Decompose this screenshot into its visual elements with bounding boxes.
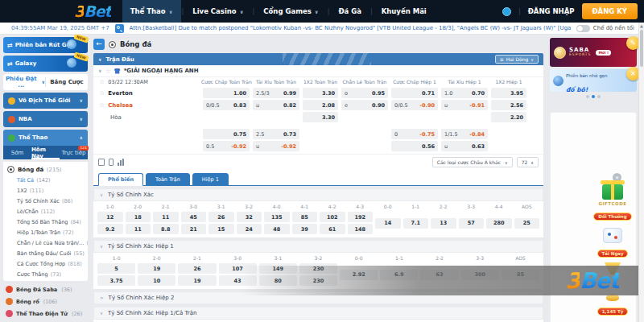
- odds-button[interactable]: 1.00: [203, 88, 250, 98]
- quick-button-1[interactable]: ⇄Phiên bản Rút GọnNEW: [3, 37, 88, 53]
- score-odd[interactable]: 8.8: [153, 224, 179, 234]
- time-tab-1[interactable]: Sớm: [3, 146, 31, 159]
- time-tab-2[interactable]: Hôm Nay: [31, 146, 60, 159]
- score-odd[interactable]: 12: [97, 212, 123, 222]
- asian-markets-select[interactable]: Các loại cược Châu Á khác∨: [432, 157, 513, 167]
- score-odd[interactable]: 13: [431, 218, 456, 229]
- tab-bet-board[interactable]: Bảng Cược: [46, 79, 88, 85]
- carousel-dot[interactable]: [597, 95, 601, 98]
- score-odd[interactable]: 11: [153, 212, 179, 222]
- score-odd[interactable]: 26: [178, 263, 216, 274]
- score-odd[interactable]: 280: [486, 218, 512, 229]
- score-odd[interactable]: 107: [219, 263, 257, 274]
- row-mode-select[interactable]: ≡ Hai Dòng ∨: [495, 55, 539, 64]
- back-button[interactable]: ←: [93, 39, 105, 50]
- score-odd[interactable]: 6.9: [380, 270, 418, 280]
- score-odd[interactable]: 3.75: [97, 275, 135, 286]
- score-odd[interactable]: 85: [502, 270, 539, 280]
- scrollbar-thumb[interactable]: [640, 30, 643, 67]
- section-header-1[interactable]: ∨Tỷ Số Chính Xác: [93, 188, 543, 201]
- score-odd[interactable]: 32: [237, 212, 262, 222]
- league-header-row[interactable]: ∨ ☆ *GIẢI NGOẠI HẠNG ANH: [93, 65, 543, 77]
- score-odd[interactable]: 230: [299, 275, 337, 286]
- score-odd[interactable]: 14: [375, 218, 401, 229]
- quick-button-2[interactable]: ⇄GalaxyNEW: [3, 56, 88, 72]
- score-odd[interactable]: 21: [181, 224, 207, 234]
- odds-button[interactable]: 1.00.70: [441, 88, 488, 98]
- odds-button[interactable]: 1/1.5-0.84: [441, 129, 488, 139]
- score-odd[interactable]: 61: [320, 224, 345, 234]
- market-count-toggle[interactable]: 72∧: [517, 157, 539, 167]
- score-odd[interactable]: 39: [292, 224, 318, 234]
- carousel-dot[interactable]: [586, 95, 589, 98]
- market-item-1[interactable]: Tất Cả (142): [5, 175, 86, 185]
- odds-button[interactable]: 3.30: [303, 88, 338, 98]
- favorite-star-icon[interactable]: ☆: [99, 102, 105, 108]
- tab-3[interactable]: Hiệp 1: [192, 173, 229, 186]
- score-odd[interactable]: 57: [459, 218, 485, 229]
- sidebar-item-league-2[interactable]: NBA∨: [3, 111, 88, 127]
- odds-button[interactable]: 0.75: [203, 129, 250, 139]
- nav-item-1[interactable]: Thể Thao∨: [122, 0, 181, 23]
- odds-button[interactable]: e0.90: [341, 100, 388, 110]
- score-odd[interactable]: 149: [259, 263, 297, 274]
- odds-button[interactable]: u0.63: [441, 141, 488, 151]
- match-section-bar[interactable]: ∨ Trận Đấu ≡ Hai Dòng ∨: [93, 53, 543, 65]
- score-odd[interactable]: 7.1: [403, 218, 429, 229]
- jackpot-floater[interactable]: 1,145 Tỷ: [590, 294, 635, 316]
- market-item-7[interactable]: Chẵn / Lẻ của Nửa trận/... (65): [5, 237, 86, 248]
- score-odd[interactable]: 10: [138, 275, 175, 286]
- score-odd[interactable]: 9.2: [97, 224, 123, 234]
- scroll-up-arrow[interactable]: ▲: [639, 23, 644, 29]
- favorite-star-icon[interactable]: ☆: [99, 90, 105, 96]
- odds-button[interactable]: 2.08: [303, 100, 338, 110]
- nav-item-5[interactable]: Khuyến Mãi: [374, 0, 435, 23]
- mini-version-banner[interactable]: Phiên bản nhỏ gọn đổ bộ!: [550, 69, 637, 92]
- login-button[interactable]: ĐĂNG NHẬP: [528, 7, 575, 15]
- score-odd[interactable]: 43: [219, 275, 257, 286]
- market-item-9[interactable]: Cá Cược Tổng Hợp (818): [5, 258, 86, 269]
- section-header-3[interactable]: >Tỷ Số Chính Xác Hiệp 2: [93, 291, 543, 304]
- market-item-8[interactable]: Bàn thắng Đầu/ Cuối (55): [5, 248, 86, 258]
- odds-button[interactable]: 0/0.50.83: [203, 100, 250, 110]
- odds-button[interactable]: 2.20: [491, 112, 526, 122]
- odds-button[interactable]: 3.95: [491, 88, 526, 98]
- favorite-star-icon[interactable]: ☆: [99, 79, 105, 85]
- page-scrollbar[interactable]: ▲: [638, 23, 644, 322]
- score-odd[interactable]: 11: [126, 224, 151, 234]
- stats-icon[interactable]: [118, 159, 124, 166]
- copy-view-icon[interactable]: [98, 159, 105, 166]
- market-item-4[interactable]: Lẻ/Chẵn (112): [5, 206, 86, 217]
- odds-button[interactable]: 2.5/30.99: [253, 88, 299, 98]
- sidebar-item-football[interactable]: Bóng đá (215): [5, 164, 86, 175]
- tab-2[interactable]: Toàn Trận: [146, 173, 190, 186]
- score-odd[interactable]: 2.92: [340, 270, 378, 280]
- score-odd[interactable]: 85: [292, 212, 318, 222]
- favorite-star-icon[interactable]: ☆: [105, 68, 110, 74]
- carousel-dot[interactable]: [592, 95, 595, 98]
- score-odd[interactable]: 192: [348, 212, 374, 222]
- odds-button[interactable]: 0.5-0.92: [203, 141, 250, 151]
- odds-button[interactable]: 2.56: [491, 100, 526, 110]
- odds-button[interactable]: 0/0.5-0.90: [391, 100, 438, 110]
- odds-button[interactable]: 2.50.73: [253, 129, 299, 139]
- score-odd[interactable]: 102: [320, 212, 345, 222]
- score-odd[interactable]: 300: [461, 270, 499, 280]
- sidebar-item-sport-1[interactable]: Bóng Đá Saba(36): [3, 283, 88, 295]
- odds-button[interactable]: o0.95: [341, 88, 388, 98]
- score-odd[interactable]: 18: [126, 212, 151, 222]
- nav-item-2[interactable]: Live Casino∨: [184, 0, 251, 23]
- score-odd[interactable]: 5: [97, 263, 135, 274]
- section-header-2[interactable]: ∨Tỷ Số Chính Xác Hiệp 1: [93, 240, 543, 253]
- sidebar-item-sport-3[interactable]: Thể Thao Điện Tử(26): [3, 308, 88, 320]
- score-odd[interactable]: 19: [138, 263, 175, 274]
- register-button[interactable]: ĐĂNG KÝ: [582, 3, 638, 19]
- odds-button[interactable]: 0-0.75: [391, 129, 438, 139]
- odds-button[interactable]: 0.71: [391, 88, 438, 98]
- odds-button[interactable]: u0.82: [253, 100, 299, 110]
- sidebar-item-league-1[interactable]: Vô Địch Thế Giới∨: [3, 93, 88, 109]
- giftcode-floater[interactable]: GIFTCODE Đổi Thưởng: [590, 184, 635, 221]
- sidebar-item-sports[interactable]: Thể Thao ∧: [3, 130, 88, 146]
- tab-bet-slip[interactable]: Phiếu Đặt ...∨: [3, 76, 45, 89]
- score-odd[interactable]: 15: [208, 224, 234, 234]
